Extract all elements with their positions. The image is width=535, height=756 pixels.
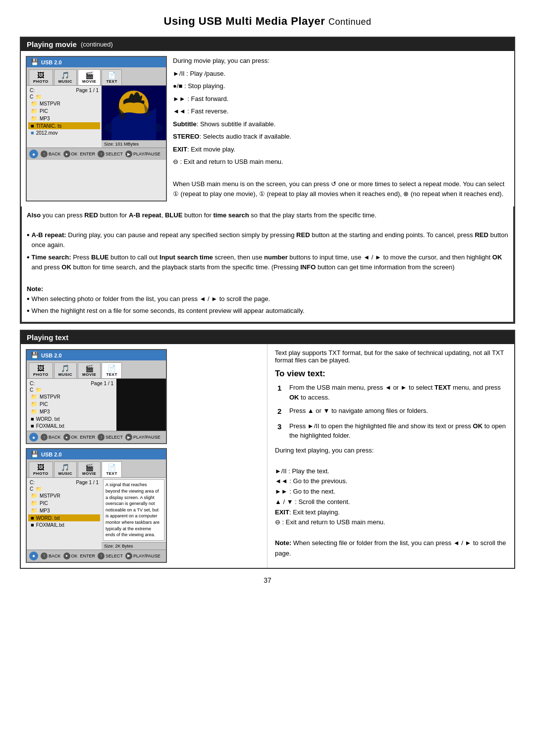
- file-2012-movie[interactable]: ■ 2012.mov: [28, 129, 100, 136]
- tab-music-movie[interactable]: 🎵 MUSIC: [54, 69, 77, 85]
- ff-control: ►► : Fast forward.: [173, 94, 509, 104]
- tab-movie-text2[interactable]: 🎬 MOVIE: [78, 461, 101, 477]
- playpause-btn-movie[interactable]: ▶ PLAY/PAUSE: [125, 151, 160, 157]
- file-pic-movie[interactable]: 📁 PIC: [28, 107, 100, 115]
- tab-music-text1[interactable]: 🎵 MUSIC: [54, 362, 77, 378]
- txt-format-intro: Text play supports TXT format, but for t…: [275, 349, 507, 364]
- usb-bottom-bar-movie: ● ↑ BACK ● OK ENTER ↑ SELECT ▶ PLAY/PAUS…: [27, 148, 166, 160]
- to-view-title: To view text:: [275, 369, 507, 379]
- file-mp3-t2[interactable]: 📁 MP3: [28, 507, 100, 514]
- rewind-control: ◄◄ : Fast reverse.: [173, 106, 509, 116]
- tab-photo-text1[interactable]: 🖼 PHOTO: [29, 362, 53, 378]
- page-label-text-1: Page 1 / 1: [91, 381, 113, 386]
- tab-text-text2[interactable]: 📄 TEXT: [102, 461, 121, 477]
- tab-photo-movie[interactable]: 🖼 PHOTO: [29, 69, 53, 85]
- below-section-movie: Also you can press RED button for A-B re…: [21, 206, 514, 323]
- file-mp3-movie[interactable]: 📁 MP3: [28, 115, 100, 122]
- playpause-btn-text-2[interactable]: ▶ PLAY/PAUSE: [125, 553, 160, 559]
- logo-circle-text-1: ●: [29, 433, 38, 442]
- ok-btn-movie[interactable]: ● OK: [63, 151, 78, 157]
- usb-preview-movie: Size: 101 MBytes: [102, 86, 166, 148]
- tab-text-text1[interactable]: 📄 TEXT: [102, 362, 121, 378]
- usb-path-movie: C: Page 1 / 1: [28, 87, 100, 94]
- file-titanic-movie[interactable]: ■ TITANIC. ts: [28, 122, 100, 129]
- during-movie-intro: During movie play, you can press:: [173, 56, 509, 66]
- file-foxmail-t2[interactable]: ■ FOXMAIL.txt: [28, 521, 100, 528]
- select-btn-text-1[interactable]: ↑ SELECT: [98, 434, 123, 441]
- usb-list-area-text-1: C: Page 1 / 1 C 📁 📁 MSTPVR: [27, 379, 116, 431]
- music-label-t2: MUSIC: [58, 471, 72, 476]
- playing-movie-header: Playing movie (continued): [21, 38, 514, 51]
- usb-body-text-1: C: Page 1 / 1 C 📁 📁 MSTPVR: [27, 379, 166, 431]
- select-btn-movie[interactable]: ↑ SELECT: [98, 151, 123, 157]
- text-label-t1: TEXT: [106, 372, 117, 377]
- playing-movie-continued: (continued): [81, 41, 113, 48]
- file-mstpvr-movie[interactable]: 📁 MSTPVR: [28, 100, 100, 107]
- file-mstpvr-t2[interactable]: 📁 MSTPVR: [28, 492, 100, 500]
- file-pic-t1[interactable]: 📁 PIC: [28, 401, 115, 408]
- usb-path-text-1: C: Page 1 / 1: [28, 380, 115, 387]
- usb-bottom-bar-text-2: ● ↑ BACK ● OK ENTER ↑ SELECT ▶ PLAY/PAUS…: [27, 550, 166, 562]
- bullet-dot-2: •: [27, 252, 30, 272]
- file-mstpvr-t1[interactable]: 📁 MSTPVR: [28, 393, 115, 401]
- ok-btn-text-1[interactable]: ● OK: [63, 434, 78, 441]
- ok-circle-t1: ●: [63, 434, 70, 441]
- ok-circle-t2: ●: [63, 553, 70, 559]
- tab-movie-text1[interactable]: 🎬 MOVIE: [78, 362, 101, 378]
- file-foxmail-t1[interactable]: ■ FOXMAIL.txt: [28, 422, 115, 429]
- music-label-t1: MUSIC: [58, 372, 72, 377]
- text-scroll-control: ▲ / ▼ : Scroll the content.: [275, 497, 507, 507]
- usb-path-text-2: C: Page 1 / 1: [28, 479, 100, 486]
- playpause-btn-text-1[interactable]: ▶ PLAY/PAUSE: [125, 434, 160, 441]
- file-word-t1[interactable]: ■ WORD. txt: [28, 415, 115, 422]
- text-icon-t1: 📄: [107, 364, 116, 372]
- preview-text-content: A signal that reaches beyond the viewing…: [103, 479, 164, 540]
- preview-text-value: A signal that reaches beyond the viewing…: [106, 482, 160, 537]
- file-word-t2[interactable]: ■ WORD. txt: [28, 514, 100, 521]
- music-label: MUSIC: [58, 79, 72, 84]
- file-name-titanic: TITANIC. ts: [36, 123, 61, 129]
- nav-c-t2: C: [30, 486, 33, 492]
- theta-control: ⊖ : Exit and return to USB main menu.: [173, 157, 509, 167]
- tab-movie-movie[interactable]: 🎬 MOVIE: [78, 69, 101, 85]
- back-btn-text-1[interactable]: ↑ BACK: [41, 434, 61, 441]
- also-text: Also you can press RED button for A-B re…: [27, 210, 508, 220]
- file-name-2012: 2012.mov: [36, 130, 58, 136]
- photo-icon-t1: 🖼: [37, 364, 44, 372]
- title-main: Using USB Multi Media Player: [164, 15, 325, 27]
- text-note: Note: When selecting file or folder from…: [275, 538, 507, 559]
- usb-nav-row-text-2: C 📁: [28, 486, 100, 492]
- file-pic-t2[interactable]: 📁 PIC: [28, 500, 100, 507]
- usb-tabs-movie: 🖼 PHOTO 🎵 MUSIC 🎬 MOVIE 📄 TEXT: [27, 67, 166, 86]
- file-icon-word-t2: ■: [31, 515, 34, 521]
- step-num-1: 1: [277, 383, 285, 394]
- file-icon-foxmail-t2: ■: [31, 522, 34, 528]
- movie-icon-t1: 🎬: [85, 364, 94, 372]
- file-mp3-t1[interactable]: 📁 MP3: [28, 408, 115, 415]
- playpause-circle-t2: ▶: [125, 553, 132, 559]
- title-continued: Continued: [328, 17, 372, 27]
- photo-label: PHOTO: [33, 79, 49, 84]
- page-label-text-2: Page 1 / 1: [76, 480, 99, 485]
- note-item-2: • When the highlight rest on a file for …: [27, 306, 508, 316]
- usb-title-bar-text-1: 💾 USB 2.0: [27, 350, 166, 360]
- back-btn-text-2[interactable]: ↑ BACK: [41, 553, 61, 559]
- tab-music-text2[interactable]: 🎵 MUSIC: [54, 461, 77, 477]
- file-name-mstpvr-t2: MSTPVR: [40, 493, 60, 499]
- back-circle-t2: ↑: [41, 553, 48, 559]
- file-name-pic: PIC: [40, 108, 48, 114]
- note-item-1: • When selecting photo or folder from th…: [27, 294, 508, 304]
- folder-icon-mstpvr-t1: 📁: [31, 394, 38, 400]
- tab-photo-text2[interactable]: 🖼 PHOTO: [29, 461, 53, 477]
- folder-icon-pic: 📁: [31, 108, 38, 114]
- ab-repeat-text: A-B repeat: During play, you can pause a…: [32, 230, 508, 250]
- back-btn-movie[interactable]: ↑ BACK: [41, 151, 61, 157]
- file-name-mstpvr: MSTPVR: [40, 101, 60, 106]
- tab-text-movie[interactable]: 📄 TEXT: [102, 69, 121, 85]
- file-name-foxmail-t2: FOXMAIL.txt: [36, 522, 64, 528]
- bullet-dot-4: •: [27, 306, 30, 316]
- select-btn-text-2[interactable]: ↑ SELECT: [98, 553, 123, 559]
- right-col-text: Text play supports TXT format, but for t…: [268, 344, 514, 567]
- folder-icon-pic-t2: 📁: [31, 500, 38, 506]
- ok-btn-text-2[interactable]: ● OK: [63, 553, 78, 559]
